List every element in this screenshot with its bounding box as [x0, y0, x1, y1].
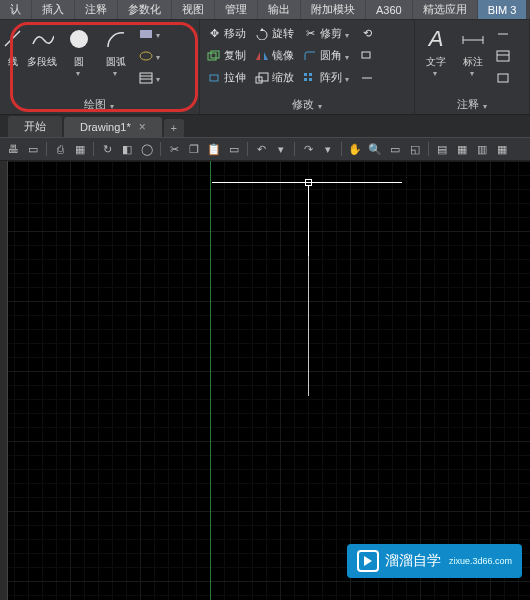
dimension-button[interactable]: 标注 ▾ [456, 23, 490, 95]
circle-icon [65, 25, 93, 53]
text-button[interactable]: A 文字 ▾ [419, 23, 453, 95]
tool-icon[interactable]: ◯ [138, 140, 156, 158]
refresh-icon[interactable]: ↻ [98, 140, 116, 158]
table-button[interactable] [493, 45, 513, 66]
cursor-pickbox [305, 179, 312, 186]
svg-rect-13 [309, 73, 312, 76]
redo-icon[interactable]: ↷ [299, 140, 317, 158]
play-icon [357, 550, 379, 572]
explode-button[interactable]: ⟲ [357, 23, 377, 44]
sheet-icon[interactable]: ▦ [71, 140, 89, 158]
array-icon [303, 71, 317, 85]
extend-button[interactable] [357, 67, 377, 88]
sheet-set-icon[interactable]: ▦ [493, 140, 511, 158]
printpreview-icon[interactable]: ▭ [24, 140, 42, 158]
zoomwin-icon[interactable]: ◱ [406, 140, 424, 158]
design-icon[interactable]: ▦ [453, 140, 471, 158]
polyline-icon [28, 25, 56, 53]
text-icon: A [422, 25, 450, 53]
mirror-button[interactable]: 镜像 [252, 45, 297, 66]
crosshair-vertical [308, 186, 309, 256]
dropdown-icon: ▾ [113, 69, 119, 75]
tool-palette-icon[interactable]: ▥ [473, 140, 491, 158]
offset-button[interactable] [357, 45, 377, 66]
fillet-button[interactable]: 圆角▾ [300, 45, 354, 66]
menu-item[interactable]: 输出 [258, 0, 300, 19]
stretch-icon [207, 71, 221, 85]
undo-icon[interactable]: ↶ [252, 140, 270, 158]
close-icon[interactable]: × [139, 120, 146, 134]
svg-rect-7 [208, 53, 216, 60]
print-icon[interactable]: 🖶 [4, 140, 22, 158]
rotate-icon [255, 27, 269, 41]
pan-icon[interactable]: ✋ [346, 140, 364, 158]
rotate-button[interactable]: 旋转 [252, 23, 297, 44]
scale-button[interactable]: 缩放 [252, 67, 297, 88]
line-icon [0, 25, 27, 53]
rectangle-button[interactable]: ▾ [136, 23, 165, 44]
match-icon[interactable]: ▭ [225, 140, 243, 158]
dropdown-icon[interactable]: ▾ [272, 140, 290, 158]
ruler-left [0, 161, 8, 600]
menu-bar: 认 插入 注释 参数化 视图 管理 输出 附加模块 A360 精选应用 BIM … [0, 0, 530, 20]
panel-footer-modify[interactable]: 修改▾ [204, 95, 410, 114]
paste-icon[interactable]: 📋 [205, 140, 223, 158]
arc-icon [102, 25, 130, 53]
arc-button[interactable]: 圆弧 ▾ [99, 23, 133, 95]
svg-rect-2 [140, 30, 152, 38]
extend-icon [360, 71, 374, 85]
panel-modify: ✥移动 复制 拉伸 旋转 镜像 缩放 ✂修剪▾ 圆角▾ 阵列▾ ⟲ 修改▾ [200, 20, 415, 114]
menu-item[interactable]: 参数化 [118, 0, 171, 19]
hatch-icon [139, 71, 153, 85]
trim-button[interactable]: ✂修剪▾ [300, 23, 354, 44]
leader-button[interactable] [493, 23, 513, 44]
zoom-icon[interactable]: 🔍 [366, 140, 384, 158]
move-button[interactable]: ✥移动 [204, 23, 249, 44]
line-button[interactable]: 线 [4, 23, 22, 95]
dropdown-icon[interactable]: ▾ [319, 140, 337, 158]
menu-item[interactable]: 插入 [32, 0, 74, 19]
polyline-button[interactable]: 多段线 [25, 23, 59, 95]
svg-rect-16 [362, 52, 370, 58]
panel-draw: 线 多段线 圆 ▾ 圆弧 ▾ ▾ ▾ ▾ 绘图▾ [0, 20, 200, 114]
menu-item[interactable]: BIM 3 [478, 0, 527, 19]
svg-rect-14 [304, 78, 307, 81]
svg-rect-22 [497, 51, 509, 61]
menu-item[interactable]: 管理 [215, 0, 257, 19]
panel-footer-annotate[interactable]: 注释▾ [419, 95, 525, 114]
cloud-button[interactable] [493, 67, 513, 88]
tab-drawing[interactable]: Drawing1* × [64, 117, 162, 137]
menu-item[interactable]: 精选应用 [413, 0, 477, 19]
svg-point-3 [140, 52, 152, 60]
publish-icon[interactable]: ⎙ [51, 140, 69, 158]
leader-icon [496, 27, 510, 41]
axis-line [210, 161, 211, 600]
svg-rect-24 [498, 74, 508, 82]
grid [0, 161, 530, 600]
hatch-button[interactable]: ▾ [136, 67, 165, 88]
tab-add[interactable]: + [164, 119, 184, 137]
trim-icon: ✂ [303, 27, 317, 41]
menu-item[interactable]: A360 [366, 0, 412, 19]
menu-item[interactable]: 认 [0, 0, 31, 19]
menu-item[interactable]: 视图 [172, 0, 214, 19]
tab-start[interactable]: 开始 [8, 116, 62, 137]
array-button[interactable]: 阵列▾ [300, 67, 354, 88]
copy-icon[interactable]: ❐ [185, 140, 203, 158]
copy-button[interactable]: 复制 [204, 45, 249, 66]
dropdown-icon: ▾ [470, 69, 476, 75]
zoomext-icon[interactable]: ▭ [386, 140, 404, 158]
table-icon [496, 49, 510, 63]
stretch-button[interactable]: 拉伸 [204, 67, 249, 88]
cut-icon[interactable]: ✂ [165, 140, 183, 158]
watermark: 溜溜自学 zixue.3d66.com [347, 544, 522, 578]
properties-icon[interactable]: ▤ [433, 140, 451, 158]
menu-item[interactable]: 附加模块 [301, 0, 365, 19]
layer-icon[interactable]: ◧ [118, 140, 136, 158]
ellipse-button[interactable]: ▾ [136, 45, 165, 66]
drawing-area[interactable] [0, 161, 530, 600]
scale-icon [255, 71, 269, 85]
panel-footer-draw[interactable]: 绘图▾ [4, 95, 195, 114]
circle-button[interactable]: 圆 ▾ [62, 23, 96, 95]
menu-item[interactable]: 注释 [75, 0, 117, 19]
